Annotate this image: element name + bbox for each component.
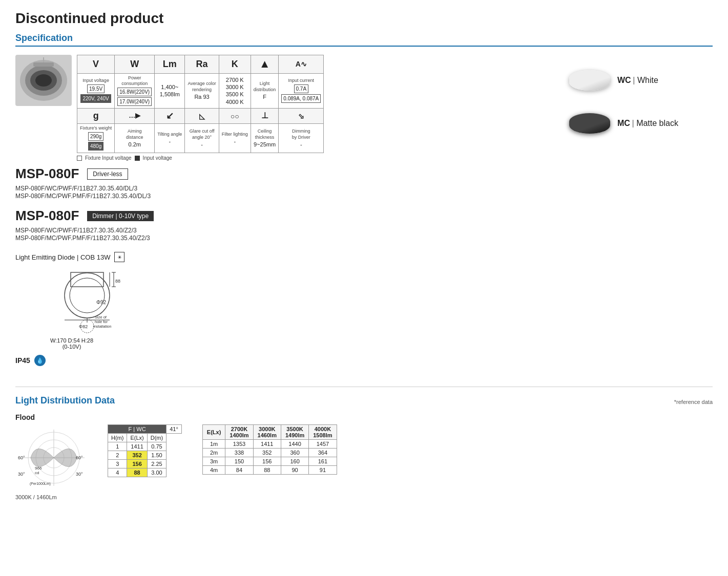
- ld-r1-2700: 1353: [225, 440, 253, 449]
- tilt-label: Tilting angle: [157, 132, 182, 138]
- glare-label: Glare cut offangle 20°: [188, 129, 216, 140]
- filter-label: Filter lighting: [222, 132, 248, 138]
- filter-value: -: [222, 138, 248, 145]
- ld-r2-3500: 360: [281, 449, 308, 457]
- ld-row1-h: 1: [108, 442, 127, 451]
- svg-text:Φ82: Φ82: [79, 324, 88, 329]
- ld-right-2700: 2700K1400lm: [225, 425, 253, 440]
- svg-rect-8: [71, 272, 103, 287]
- led-text: Light Emitting Diode | COB 13W: [15, 253, 110, 261]
- ld-r2-dist: 2m: [202, 449, 225, 457]
- black-swatch: [569, 113, 610, 134]
- ld-angle: 41°: [167, 425, 182, 434]
- color-wc-info: WC | White: [617, 76, 658, 85]
- ld-right-4000: 4000K1508lm: [309, 425, 337, 440]
- ld-r2-2700: 338: [225, 449, 253, 457]
- glare-value: -: [188, 141, 216, 148]
- ld-right-elx: E(Lx): [202, 425, 225, 440]
- led-icon: ☀: [114, 252, 124, 262]
- k-4000: 4000 K: [222, 98, 248, 105]
- dimming-value: -: [281, 141, 321, 148]
- diagram-section: Φ92 Φ82 88 Size of hole for installation: [15, 267, 569, 350]
- mc-name: Matte black: [636, 119, 678, 127]
- footnote-row: Fixture Input voltage Input voltage: [77, 155, 324, 161]
- svg-text:Size of: Size of: [95, 315, 107, 319]
- input-voltage-label: Input voltage: [80, 78, 112, 84]
- wc-code: WC: [617, 76, 631, 84]
- color-mc: MC | Matte black: [569, 113, 713, 134]
- diagram-box: Φ92 Φ82 88 Size of hole for installation: [15, 267, 128, 350]
- svg-point-6: [65, 273, 110, 318]
- ld-r4-dist: 4m: [202, 466, 225, 475]
- ld-r3-dist: 3m: [202, 457, 225, 466]
- model-1-row: MSP-080F Driver-less: [15, 166, 569, 182]
- model-2-badge: Dimmer | 0-10V type: [87, 211, 154, 221]
- ld-right-3500: 3500K1490lm: [281, 425, 308, 440]
- black-box-icon: [135, 156, 140, 161]
- footnote-white: Fixture Input voltage: [85, 155, 132, 161]
- ld-row2-h: 2: [108, 451, 127, 460]
- power-label: Powerconsumption: [117, 75, 152, 87]
- led-info: Light Emitting Diode | COB 13W ☀: [15, 252, 569, 262]
- ld-title: Light Distribution Data: [15, 395, 115, 408]
- ip-label: IP45: [15, 356, 30, 365]
- spec-table-container: V W Lm Ra K ▲ A∿ Input voltage 19.5V 220…: [77, 55, 324, 161]
- svg-text:60°: 60°: [76, 455, 83, 460]
- ld-r2-3000: 352: [253, 449, 281, 457]
- diagram-label: W:170 D:54 H:28(0-10V): [15, 337, 128, 350]
- svg-text:30°: 30°: [76, 472, 83, 477]
- k-3500: 3500 K: [222, 91, 248, 98]
- page-title: Discontinued product: [15, 10, 713, 27]
- white-box-icon: [77, 156, 82, 161]
- ref-note: *reference data: [674, 399, 713, 405]
- ld-r4-3000: 88: [253, 466, 281, 475]
- ceiling-label: Ceilingthickness: [254, 129, 276, 140]
- ld-col-h: H(m): [108, 434, 127, 442]
- ld-r4-2700: 84: [225, 466, 253, 475]
- dimension-diagram: Φ92 Φ82 88 Size of hole for installation: [15, 267, 128, 334]
- model-1-code-1: MSP-080F/WC/PWF/F/11B27.30.35.40/DL/3: [15, 185, 569, 192]
- ip-water-icon: 💧: [34, 355, 46, 366]
- light-dist-label: Lightdistribution: [254, 81, 276, 93]
- footnote-black: Input voltage: [143, 155, 172, 161]
- ld-left-table: F | WC 41° H(m) E(Lx) D(m) 1 1411 0.75 2…: [108, 424, 182, 477]
- model-2-code-1: MSP-080F/WC/PWF/F/11B27.30.35.40/Z2/3: [15, 227, 569, 234]
- weight-label: Fixture's weight: [80, 125, 112, 132]
- model-1-code-2: MSP-080F/MC/PWF.PMF/F/11B27.30.35.40/DL/…: [15, 193, 569, 200]
- k-2700: 2700 K: [222, 76, 248, 83]
- ld-right-3000: 3000K1460lm: [253, 425, 281, 440]
- light-dist-section: Light Distribution Data *reference data …: [15, 387, 713, 500]
- svg-rect-4: [33, 62, 54, 67]
- weight-2: 480g: [88, 142, 103, 151]
- ld-r1-3500: 1440: [281, 440, 308, 449]
- mc-code: MC: [617, 119, 630, 127]
- color-options: WC | White MC | Matte black: [569, 55, 713, 366]
- ld-right-table: E(Lx) 2700K1400lm 3000K1460lm 3500K1490l…: [202, 424, 337, 475]
- spec-table: V W Lm Ra K ▲ A∿ Input voltage 19.5V 220…: [77, 55, 324, 153]
- ld-col-e: E(Lx): [127, 434, 147, 442]
- model-2-name: MSP-080F: [15, 208, 79, 224]
- input-current-label: Input current: [281, 78, 321, 84]
- svg-point-3: [35, 74, 52, 87]
- ip-row: IP45 💧: [15, 355, 569, 366]
- current-2: 0.089A, 0.087A: [281, 94, 321, 103]
- ld-row1-e: 1411: [127, 442, 147, 451]
- ld-r1-3000: 1411: [253, 440, 281, 449]
- model-1-badge: Driver-less: [87, 168, 128, 180]
- product-image: [15, 55, 72, 106]
- svg-text:hole for: hole for: [95, 319, 108, 324]
- ld-header: Light Distribution Data *reference data: [15, 395, 713, 408]
- svg-text:installation: installation: [93, 324, 111, 329]
- ld-row3-d: 2.25: [147, 460, 166, 468]
- ra-value: Ra 93: [188, 93, 216, 100]
- dimming-label: Dimmingby Driver: [281, 129, 321, 140]
- white-swatch: [569, 70, 610, 91]
- ld-r3-3000: 156: [253, 457, 281, 466]
- ld-col-d: D(m): [147, 434, 166, 442]
- ld-r3-2700: 150: [225, 457, 253, 466]
- light-dist-value: F: [254, 93, 276, 100]
- svg-text:(Per1000Lm): (Per1000Lm): [30, 482, 51, 486]
- ld-row4-d: 3.00: [147, 468, 166, 477]
- svg-text:88: 88: [115, 279, 120, 284]
- svg-text:30°: 30°: [18, 472, 25, 477]
